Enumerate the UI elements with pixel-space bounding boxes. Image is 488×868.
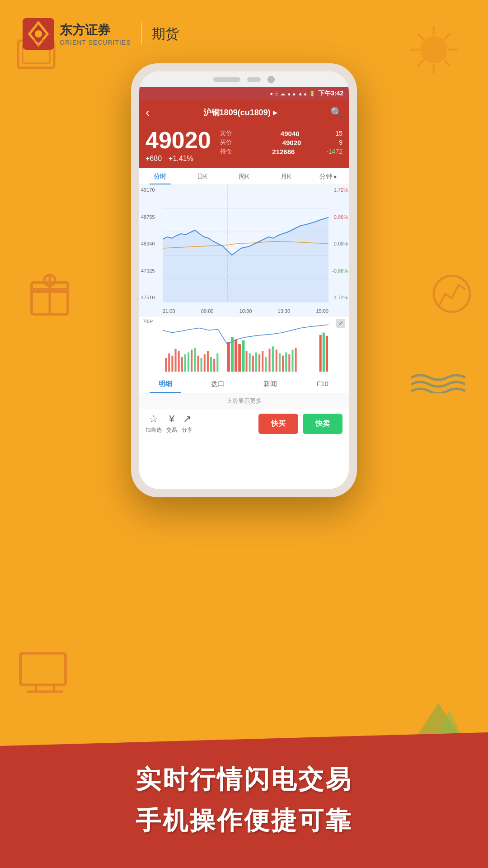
svg-rect-43	[210, 357, 212, 372]
svg-rect-34	[181, 357, 183, 372]
y-label-4: 47510	[141, 295, 161, 300]
svg-rect-30	[168, 354, 170, 372]
svg-rect-54	[255, 353, 257, 372]
svg-rect-31	[171, 356, 173, 372]
tab-周K[interactable]: 周K	[223, 168, 265, 184]
y-label-3: 47925	[141, 268, 161, 274]
phone-camera	[267, 76, 275, 83]
svg-rect-69	[326, 336, 328, 372]
buy-label: 买价	[220, 138, 232, 146]
sun-decoration-icon	[407, 23, 461, 77]
logo-cn-text: 东方证券	[60, 22, 131, 39]
price-change-abs: +680	[145, 155, 162, 163]
buy-count: 9	[339, 139, 343, 146]
trade-button[interactable]: ¥ 交易	[166, 413, 177, 434]
mountain-decoration-icon	[416, 701, 461, 737]
y-right-label-4: -1.72%	[329, 295, 348, 300]
slide-hint: 上滑显示更多	[139, 393, 349, 409]
share-icon: ↗	[183, 413, 191, 425]
phone-screen: ● ☰ ☁ ▲▲ ▲▲ 🔋 下午3:42 ‹ 沪铜1809(cu1809) ▸ …	[139, 71, 349, 489]
svg-rect-66	[295, 348, 297, 372]
svg-rect-37	[191, 349, 192, 372]
trade-label: 交易	[166, 426, 177, 434]
tab-分时[interactable]: 分时	[139, 168, 181, 184]
chart-y-right-labels: 1.72% 0.86% 0.00% -0.86% -1.72%	[328, 185, 349, 302]
line-chart-svg	[163, 185, 328, 302]
monitor-decoration-icon	[18, 651, 72, 696]
quick-buy-button[interactable]: 快买	[258, 414, 298, 434]
x-label-0: 21:00	[163, 308, 175, 314]
sell-count: 15	[335, 130, 343, 137]
price-change-pct: +1.41%	[169, 155, 193, 163]
svg-rect-44	[213, 359, 215, 372]
y-right-label-0: 1.72%	[329, 187, 348, 193]
action-bar: ☆ 加自选 ¥ 交易 ↗ 分享 快买 快卖	[139, 409, 349, 439]
phone-sensor	[247, 77, 261, 82]
search-icon[interactable]: 🔍	[330, 107, 343, 118]
y-label-0: 49170	[141, 187, 161, 193]
svg-rect-57	[265, 357, 267, 372]
phone-top-bar	[139, 71, 349, 87]
logo-divider	[141, 23, 142, 45]
buy-price-row: 买价 49020 9	[220, 138, 343, 146]
tab-分钟[interactable]: 分钟▾	[307, 168, 349, 184]
buy-val: 49020	[269, 139, 301, 146]
trade-icon: ¥	[169, 413, 174, 425]
svg-rect-59	[272, 346, 274, 372]
tab-日K[interactable]: 日K	[181, 168, 223, 184]
phone-outer: ● ☰ ☁ ▲▲ ▲▲ 🔋 下午3:42 ‹ 沪铜1809(cu1809) ▸ …	[131, 63, 357, 497]
y-right-label-3: -0.86%	[329, 268, 348, 274]
watchlist-label: 加自选	[145, 426, 162, 434]
phone-mockup: ● ☰ ☁ ▲▲ ▲▲ 🔋 下午3:42 ‹ 沪铜1809(cu1809) ▸ …	[131, 63, 357, 497]
tab-明细[interactable]: 明细	[139, 375, 192, 393]
svg-rect-61	[279, 354, 281, 372]
chart-y-labels: 49170 48755 48340 47925 47510	[139, 185, 163, 302]
svg-rect-29	[165, 358, 167, 372]
share-label: 分享	[182, 426, 192, 434]
tab-新闻[interactable]: 新闻	[244, 375, 296, 393]
share-button[interactable]: ↗ 分享	[182, 413, 192, 434]
tab-盘口[interactable]: 盘口	[192, 375, 244, 393]
sell-label: 卖价	[220, 129, 232, 137]
svg-rect-64	[288, 354, 290, 372]
svg-line-9	[445, 61, 450, 66]
watchlist-button[interactable]: ☆ 加自选	[145, 413, 162, 434]
quick-sell-button[interactable]: 快卖	[303, 414, 343, 434]
dropdown-arrow-icon: ▾	[333, 173, 337, 180]
svg-rect-52	[249, 354, 251, 372]
svg-rect-49	[238, 344, 241, 372]
svg-rect-46	[227, 342, 230, 372]
sell-price-row: 卖价 49040 15	[220, 129, 343, 137]
star-icon: ☆	[149, 413, 158, 425]
status-icons: ● ☰ ☁ ▲▲ ▲▲ 🔋	[270, 91, 315, 97]
chart-x-labels: 21:00 09:00 10:30 13:30 15:00	[163, 308, 328, 314]
chart-tabs: 分时 日K 周K 月K 分钟▾	[139, 168, 349, 185]
svg-rect-56	[262, 351, 263, 372]
svg-rect-35	[184, 354, 186, 372]
x-label-4: 15:00	[316, 308, 328, 314]
svg-rect-40	[201, 358, 202, 372]
expand-icon[interactable]: ⤢	[336, 319, 345, 328]
back-button[interactable]: ‹	[145, 105, 150, 120]
nav-title: 沪铜1809(cu1809) ▸	[154, 107, 326, 118]
status-bar: ● ☰ ☁ ▲▲ ▲▲ 🔋 下午3:42	[139, 87, 349, 100]
svg-rect-65	[291, 349, 293, 372]
y-right-label-2: 0.00%	[329, 241, 348, 246]
svg-rect-45	[216, 354, 218, 372]
svg-rect-62	[282, 356, 284, 372]
logo-en-text: ORIENT SECURITIES	[60, 39, 131, 46]
svg-rect-68	[323, 333, 325, 372]
x-label-3: 13:30	[278, 308, 291, 314]
y-label-1: 48755	[141, 214, 161, 220]
tab-月K[interactable]: 月K	[265, 168, 307, 184]
sell-val: 49040	[268, 130, 300, 137]
main-price: 49020	[145, 128, 211, 152]
bottom-text-line1: 实时行情闪电交易	[136, 763, 352, 797]
svg-rect-60	[276, 349, 277, 372]
volume-label: 7084	[143, 319, 154, 324]
svg-rect-55	[258, 354, 260, 372]
svg-line-8	[418, 34, 423, 39]
chart-svg-container	[163, 185, 328, 302]
tab-F10[interactable]: F10	[296, 375, 349, 393]
nav-bar: ‹ 沪铜1809(cu1809) ▸ 🔍	[139, 100, 349, 125]
